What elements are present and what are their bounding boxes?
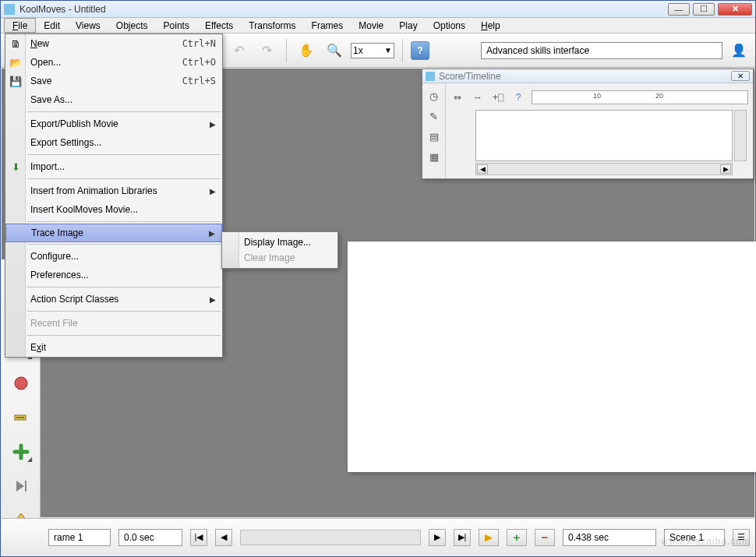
close-icon: ✕ [737, 72, 744, 80]
submenu-mark-icon: ◢ [27, 456, 32, 463]
timeline-layers-button[interactable]: ▤ [426, 129, 442, 144]
menu-frames[interactable]: Frames [304, 18, 352, 33]
first-frame-button[interactable]: |◀ [190, 529, 207, 546]
scene-field[interactable]: Scene 1 [664, 529, 725, 546]
submenu-arrow-icon: ▶ [210, 295, 216, 304]
undo-button[interactable]: ↶ [227, 39, 250, 62]
zoom-tool-button[interactable]: 🔍 [323, 39, 346, 62]
redo-button[interactable]: ↷ [255, 39, 278, 62]
menu-separator [27, 335, 221, 336]
menu-export-settings[interactable]: Export Settings... [5, 133, 222, 152]
duration-field[interactable]: 0.438 sec [563, 529, 656, 546]
timeline-scroll-vertical[interactable] [734, 110, 747, 161]
play-icon: ▶ [485, 531, 493, 543]
time-field[interactable]: 0.0 sec [118, 529, 182, 546]
palette-titlebar[interactable]: Score/Timeline ✕ [422, 69, 753, 83]
plus-icon: + [514, 531, 521, 544]
next-frame-button[interactable]: ▶ [429, 529, 446, 546]
timeline-scroll-horizontal[interactable]: ◀ ▶ [475, 163, 733, 175]
menu-action-script-classes[interactable]: Action Script Classes ▶ [5, 290, 222, 308]
window-controls: — ☐ ✕ [668, 3, 752, 16]
timeline-edit-button[interactable]: ✎ [426, 108, 442, 124]
next-tool[interactable] [11, 476, 31, 496]
scene-menu-button[interactable]: ☰ [733, 529, 750, 546]
layers-icon: ▤ [429, 131, 439, 143]
insert-button[interactable]: +⎕ [491, 90, 505, 104]
frame-field[interactable]: rame 1 [48, 529, 111, 546]
menu-transforms[interactable]: Transforms [241, 18, 303, 33]
menu-insert-koolmoves[interactable]: Insert KoolMoves Movie... [5, 200, 222, 219]
menu-movie[interactable]: Movie [351, 18, 391, 33]
help-button[interactable]: ? [411, 41, 429, 60]
magnifier-icon: 🔍 [327, 43, 342, 58]
stretch-button[interactable]: ↔ [471, 90, 485, 104]
scene-icon: ☰ [737, 532, 745, 542]
help-icon: ? [417, 45, 422, 56]
snap-button[interactable]: ⇔ [450, 90, 465, 104]
toolbar-divider [402, 39, 403, 62]
menu-recent-file: Recent File [5, 314, 222, 333]
menu-label: Export Settings... [30, 137, 101, 148]
main-window: KoolMoves - Untitled — ☐ ✕ File Edit Vie… [0, 0, 756, 557]
hand-tool-button[interactable]: ✋ [295, 39, 318, 62]
palette-main: ⇔ ↔ +⎕ ? 10 20 ◀ ▶ [446, 83, 753, 178]
submenu-arrow-icon: ▶ [210, 120, 216, 129]
menu-save[interactable]: 💾 Save Ctrl+S [5, 72, 222, 90]
menu-insert-from-libraries[interactable]: Insert from Animation Libraries ▶ [5, 182, 222, 200]
frame-label: rame 1 [54, 532, 83, 543]
scroll-left-button[interactable]: ◀ [477, 164, 488, 174]
canvas[interactable] [348, 241, 756, 472]
subtract-tool[interactable] [11, 407, 31, 428]
prev-frame-button[interactable]: ◀ [215, 529, 232, 546]
toolbar-divider [286, 39, 287, 62]
menu-help[interactable]: Help [473, 18, 508, 33]
hand-icon: ✋ [299, 43, 314, 58]
shortcut-label: Ctrl+N [182, 38, 216, 49]
menu-import[interactable]: ⬇ Import... [5, 157, 222, 176]
import-icon: ⬇ [9, 160, 23, 174]
user-button[interactable]: 👤 [727, 39, 751, 62]
palette-top-tools: ⇔ ↔ +⎕ ? 10 20 [450, 88, 748, 107]
scroll-right-button[interactable]: ▶ [720, 164, 731, 174]
play-button[interactable]: ▶ [479, 529, 499, 546]
timeline-grid-button[interactable]: ▦ [426, 149, 442, 164]
menu-views[interactable]: Views [68, 18, 108, 33]
menu-save-as[interactable]: Save As... [5, 90, 222, 109]
skill-level-field[interactable]: Advanced skills interface [481, 42, 722, 59]
undo-icon: ↶ [234, 43, 244, 58]
help-timeline-button[interactable]: ? [511, 90, 525, 104]
menu-label: Open... [30, 57, 61, 68]
circle-tool[interactable] [11, 373, 31, 393]
timeline-clock-button[interactable]: ◷ [426, 88, 442, 104]
menu-exit[interactable]: Exit [5, 338, 222, 357]
menu-play[interactable]: Play [391, 18, 425, 33]
last-frame-button[interactable]: ▶| [454, 529, 471, 546]
menu-file[interactable]: File [4, 18, 36, 33]
menu-open[interactable]: 📂 Open... Ctrl+O [5, 53, 222, 72]
menu-options[interactable]: Options [426, 18, 473, 33]
timeline-ruler[interactable]: 10 20 [532, 90, 748, 104]
menu-preferences[interactable]: Preferences... [5, 266, 222, 284]
shortcut-label: Ctrl+S [182, 76, 216, 86]
remove-frame-button[interactable]: − [535, 529, 555, 546]
menu-points[interactable]: Points [156, 18, 197, 33]
menu-objects[interactable]: Objects [108, 18, 156, 33]
menu-new[interactable]: 🗎 New Ctrl+N [5, 34, 222, 53]
submenu-display-image[interactable]: Display Image... [222, 234, 337, 250]
palette-close-button[interactable]: ✕ [731, 71, 750, 81]
menu-trace-image[interactable]: Trace Image ▶ [5, 224, 222, 242]
timeline-track[interactable] [475, 110, 733, 161]
add-frame-button[interactable]: + [507, 529, 527, 546]
minimize-button[interactable]: — [668, 3, 690, 16]
menu-effects[interactable]: Effects [197, 18, 241, 33]
menu-configure[interactable]: Configure... [5, 247, 222, 266]
close-button[interactable]: ✕ [718, 3, 752, 16]
frame-scrollbar[interactable] [240, 530, 421, 545]
menu-label: Action Script Classes [30, 294, 118, 305]
redo-icon: ↷ [262, 43, 272, 58]
menu-edit[interactable]: Edit [36, 18, 68, 33]
zoom-select[interactable]: 1x ▼ [351, 43, 394, 58]
maximize-button[interactable]: ☐ [693, 3, 715, 16]
menu-export-publish[interactable]: Export/Publish Movie ▶ [5, 115, 222, 133]
add-tool[interactable]: ◢ [11, 442, 31, 462]
